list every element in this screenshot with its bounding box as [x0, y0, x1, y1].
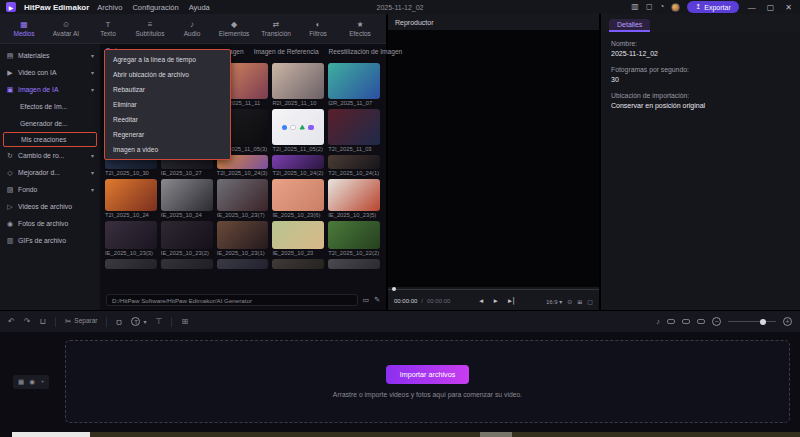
sidebar-item[interactable]: ◉ Fotos de archivo: [0, 215, 100, 232]
tab-details[interactable]: Detalles: [609, 19, 650, 32]
media-thumbnail[interactable]: [105, 221, 157, 249]
aspect-ratio-select[interactable]: 16:9 ▾: [546, 298, 562, 305]
context-menu-item[interactable]: Rebautizar: [105, 82, 230, 97]
context-menu-item[interactable]: Imagen a video: [105, 142, 230, 157]
text-tool-button[interactable]: T▾: [131, 317, 146, 326]
magnet-icon[interactable]: Ω: [116, 318, 122, 326]
refresh-icon[interactable]: ◔: [40, 378, 44, 386]
media-thumbnail[interactable]: [161, 179, 213, 211]
redo-icon[interactable]: ↷: [24, 318, 31, 326]
prev-frame-icon[interactable]: ◄: [478, 297, 484, 305]
menubar-item[interactable]: Ayuda: [189, 3, 210, 12]
media-item[interactable]: T2I_2025_10_24(1): [328, 155, 380, 176]
media-thumbnail[interactable]: [328, 221, 380, 249]
maximize-button[interactable]: ▢: [765, 3, 777, 12]
track-size-small-icon[interactable]: [667, 319, 675, 324]
media-thumbnail[interactable]: [161, 259, 213, 269]
media-thumbnail[interactable]: [161, 221, 213, 249]
media-thumbnail[interactable]: [105, 259, 157, 269]
media-thumbnail[interactable]: [272, 109, 324, 145]
media-thumbnail[interactable]: [328, 63, 380, 99]
marker-icon[interactable]: ⊤: [155, 318, 162, 326]
media-thumbnail[interactable]: [272, 155, 324, 169]
media-item[interactable]: T2I_2025_11_05(2): [272, 109, 324, 152]
media-item[interactable]: [217, 259, 269, 270]
feedback-icon[interactable]: ◻: [646, 3, 653, 11]
import-dropzone[interactable]: Importar archivos Arrastre o importe vid…: [65, 340, 790, 423]
track-grid-icon[interactable]: ▦: [18, 378, 24, 386]
context-menu-item[interactable]: Eliminar: [105, 97, 230, 112]
ribbon-item[interactable]: ≡ Subtítulos: [130, 21, 170, 37]
play-icon[interactable]: ►: [492, 297, 498, 305]
zoom-in-icon[interactable]: +: [783, 317, 792, 326]
media-tab[interactable]: Imagen de Referencia: [254, 48, 319, 55]
track-size-medium-icon[interactable]: [682, 319, 690, 324]
fullscreen-icon[interactable]: ▢: [587, 298, 593, 305]
menubar-item[interactable]: Configuración: [132, 3, 178, 12]
media-item[interactable]: IE_2025_10_23(2): [161, 221, 213, 256]
split-button[interactable]: ✂ Separar: [65, 318, 98, 326]
media-thumbnail[interactable]: [272, 63, 324, 99]
record-icon[interactable]: ◉: [29, 378, 35, 386]
ribbon-item[interactable]: ★ Efectos: [340, 21, 380, 37]
media-item[interactable]: T2I_2025_10_22(2): [328, 221, 380, 256]
media-thumbnail[interactable]: [272, 179, 324, 211]
media-thumbnail[interactable]: [272, 221, 324, 249]
media-thumbnail[interactable]: [328, 155, 380, 169]
sidebar-item[interactable]: ▤ Materiales: [0, 47, 100, 64]
history-icon[interactable]: ◔: [660, 3, 665, 11]
folder-view-icon[interactable]: ▭: [363, 296, 370, 304]
context-menu-item[interactable]: Reeditar: [105, 112, 230, 127]
close-button[interactable]: ✕: [783, 3, 794, 12]
undo-icon[interactable]: ↶: [8, 318, 15, 326]
media-item[interactable]: IE_2025_10_23: [272, 221, 324, 256]
resize-icon[interactable]: ⊞: [577, 298, 582, 305]
sidebar-item[interactable]: Efectos de Im...: [0, 98, 100, 115]
sidebar-item[interactable]: ◇ Mejorador d...: [0, 164, 100, 181]
sidebar-item[interactable]: ▷ Videos de archivo: [0, 198, 100, 215]
media-item[interactable]: I2R_2025_11_07: [328, 63, 380, 106]
media-item[interactable]: IE_2025_10_24: [161, 179, 213, 218]
player-scrubber[interactable]: [388, 287, 599, 292]
media-tab[interactable]: Reestilización de Imagen: [329, 48, 403, 55]
media-item[interactable]: IE_2025_10_23(6): [272, 179, 324, 218]
zoom-slider[interactable]: [728, 321, 776, 322]
delete-icon[interactable]: ⊔: [39, 318, 45, 326]
media-item[interactable]: T2I_2025_10_24(2): [272, 155, 324, 176]
context-menu-item[interactable]: Abrir ubicación de archivo: [105, 67, 230, 82]
media-item[interactable]: R2I_2025_11_10: [272, 63, 324, 106]
scrubber-handle[interactable]: [392, 287, 396, 291]
edit-path-icon[interactable]: ✎: [374, 296, 380, 304]
snapshot-icon[interactable]: ⊙: [567, 298, 572, 305]
ribbon-item[interactable]: ▦ Medios: [4, 21, 44, 37]
media-thumbnail[interactable]: [217, 179, 269, 211]
media-item[interactable]: T2I_2025_10_24: [105, 179, 157, 218]
export-button[interactable]: ↥Exportar: [687, 1, 738, 13]
media-item[interactable]: IE_2025_10_23(7): [217, 179, 269, 218]
media-thumbnail[interactable]: [105, 179, 157, 211]
next-frame-icon[interactable]: ►▏: [507, 297, 518, 305]
ribbon-item[interactable]: ⇄ Transición: [256, 21, 296, 37]
media-thumbnail[interactable]: [217, 221, 269, 249]
crop-icon[interactable]: ⊞: [181, 318, 188, 326]
media-item[interactable]: [105, 259, 157, 270]
sidebar-item[interactable]: Generador de...: [0, 115, 100, 132]
media-thumbnail[interactable]: [217, 259, 269, 269]
context-menu-item[interactable]: Agregar a la línea de tiempo: [105, 52, 230, 67]
sidebar-item[interactable]: Mis creaciones: [3, 132, 97, 147]
sidebar-item[interactable]: ▣ Imagen de IA: [0, 81, 100, 98]
layout-icon[interactable]: ▥: [631, 3, 639, 11]
ribbon-item[interactable]: ♪ Audio: [172, 21, 212, 37]
media-thumbnail[interactable]: [272, 259, 324, 269]
ribbon-item[interactable]: T Texto: [88, 21, 128, 37]
media-item[interactable]: IE_2025_10_23(1): [217, 221, 269, 256]
sidebar-item[interactable]: ▥ GIFs de archivo: [0, 232, 100, 249]
media-item[interactable]: [161, 259, 213, 270]
import-files-button[interactable]: Importar archivos: [386, 365, 470, 384]
voiceover-icon[interactable]: ♪: [656, 318, 660, 326]
zoom-slider-handle[interactable]: [760, 319, 766, 325]
zoom-out-icon[interactable]: −: [712, 317, 721, 326]
media-item[interactable]: IE_2025_10_23(3): [105, 221, 157, 256]
media-item[interactable]: T2I_2025_11_03: [328, 109, 380, 152]
path-field[interactable]: D:/HitPaw Software/HitPaw Edimakor/AI Ge…: [106, 294, 358, 306]
